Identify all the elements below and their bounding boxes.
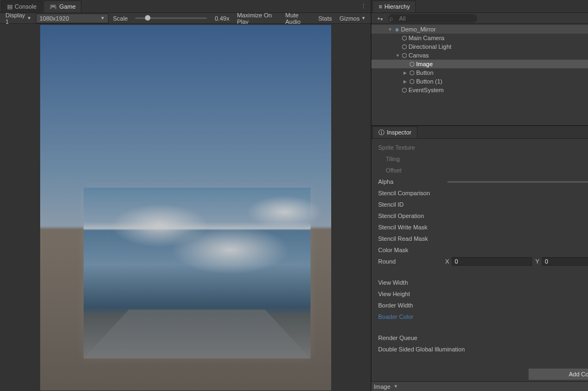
sprite-texture-label: Sprite Texture xyxy=(378,144,443,151)
boader-color-label: Boader Color xyxy=(378,313,443,320)
gameobject-icon: ⬡ xyxy=(401,35,408,42)
maximize-button[interactable]: Maximize On Play xyxy=(233,14,281,23)
hierarchy-icon: ≡ xyxy=(378,3,382,10)
hierarchy-item-label: Image xyxy=(416,61,433,67)
scene-icon: ⎈ xyxy=(393,26,401,33)
hierarchy-tree: ▼⎈Demo_Mirror⋮⬡Main Camera⬡Directional L… xyxy=(371,24,588,125)
hierarchy-item[interactable]: ▼⎈Demo_Mirror⋮ xyxy=(371,25,588,34)
hierarchy-item-label: Demo_Mirror xyxy=(401,26,435,33)
hierarchy-item-label: Directional Light xyxy=(408,43,451,50)
dsgi-label: Double Sided Global Illumination xyxy=(378,346,486,352)
border-width-label: Border Width xyxy=(378,302,443,309)
gameobject-icon: ⬡ xyxy=(401,52,408,59)
gizmos-dropdown[interactable]: Gizmos ▼ xyxy=(336,14,369,23)
round-label: Round xyxy=(378,258,443,265)
stencil-operation-label: Stencil Operation xyxy=(378,213,443,219)
view-width-label: View Width xyxy=(378,279,443,286)
hierarchy-item-label: Button (1) xyxy=(416,78,442,85)
tab-game[interactable]: 🎮 Game xyxy=(43,1,81,12)
gameobject-icon: ⬡ xyxy=(401,43,408,50)
tab-hierarchy-label: Hierarchy xyxy=(384,3,410,10)
tab-hierarchy[interactable]: ≡ Hierarchy xyxy=(372,1,416,12)
display-dropdown[interactable]: Display 1 ▼ xyxy=(2,14,35,23)
add-button[interactable]: +▾ xyxy=(374,15,385,22)
hierarchy-search-input[interactable] xyxy=(388,14,477,23)
expand-arrow-icon[interactable]: ▶ xyxy=(402,79,408,84)
gameobject-icon: ⬡ xyxy=(408,69,416,76)
inspector-icon: ⓘ xyxy=(378,129,384,137)
hierarchy-item-label: Canvas xyxy=(408,52,428,59)
mute-button[interactable]: Mute Audio xyxy=(282,14,314,23)
footer-component-label: Image xyxy=(374,383,390,390)
gameobject-icon: ⬡ xyxy=(408,78,416,85)
round-x-field[interactable] xyxy=(452,257,532,266)
tiling-label: Tiling xyxy=(378,156,410,162)
hierarchy-item[interactable]: ▶⬡Button (1) xyxy=(371,77,588,86)
scale-value: 0.49x xyxy=(211,14,232,23)
game-render-area xyxy=(40,25,331,390)
expand-arrow-icon[interactable]: ▼ xyxy=(387,27,393,32)
chevron-down-icon: ▼ xyxy=(100,16,105,21)
hierarchy-item[interactable]: ▼⬡Canvas xyxy=(371,51,588,60)
hierarchy-item-label: EventSystem xyxy=(408,87,444,93)
hierarchy-item[interactable]: ⬡EventSystem xyxy=(371,86,588,94)
stencil-comparison-label: Stencil Comparison xyxy=(378,190,443,196)
color-mask-label: Color Mask xyxy=(378,247,443,253)
panel-menu-icon[interactable]: ⋮ xyxy=(356,3,371,10)
hierarchy-item[interactable]: ▶⬡Button xyxy=(371,68,588,77)
stencil-id-label: Stencil ID xyxy=(378,201,443,208)
game-image xyxy=(84,188,311,358)
chevron-down-icon: ▼ xyxy=(27,16,31,21)
console-icon: ▤ xyxy=(7,3,12,10)
render-queue-label: Render Queue xyxy=(378,335,443,341)
stencil-write-mask-label: Stencil Write Mask xyxy=(378,224,443,230)
tab-console-label: Console xyxy=(15,3,36,10)
gameobject-icon: ⬡ xyxy=(401,87,408,94)
tab-console[interactable]: ▤ Console xyxy=(1,1,42,12)
expand-arrow-icon[interactable]: ▶ xyxy=(402,70,408,75)
hierarchy-item[interactable]: ⬡Directional Light xyxy=(371,42,588,51)
scale-label: Scale xyxy=(110,14,131,23)
round-y-field[interactable] xyxy=(542,257,588,266)
add-component-button[interactable]: Add Component xyxy=(528,368,588,380)
hierarchy-item-label: Main Camera xyxy=(408,35,444,41)
scale-slider[interactable] xyxy=(132,17,210,19)
chevron-down-icon: ▼ xyxy=(362,16,366,21)
alpha-slider[interactable] xyxy=(447,181,588,183)
tab-inspector-label: Inspector xyxy=(387,129,411,136)
gameobject-icon: ⬡ xyxy=(408,61,416,68)
game-icon: 🎮 xyxy=(49,3,57,10)
hierarchy-item[interactable]: ⬡Main Camera xyxy=(371,34,588,42)
game-viewport xyxy=(0,24,371,391)
stencil-read-mask-label: Stencil Read Mask xyxy=(378,235,443,242)
hierarchy-item-label: Button xyxy=(416,69,433,76)
expand-arrow-icon[interactable]: ▼ xyxy=(394,53,401,58)
alpha-label: Alpha xyxy=(378,178,443,185)
stats-button[interactable]: Stats xyxy=(315,14,335,23)
hierarchy-item[interactable]: ⬡Image xyxy=(371,60,588,68)
offset-label: Offset xyxy=(378,167,410,174)
chevron-down-icon[interactable]: ▼ xyxy=(394,384,398,389)
tab-inspector[interactable]: ⓘ Inspector xyxy=(372,126,417,138)
resolution-dropdown[interactable]: 1080x1920 ▼ xyxy=(36,14,109,23)
tab-game-label: Game xyxy=(59,3,75,10)
view-height-label: View Height xyxy=(378,291,443,297)
